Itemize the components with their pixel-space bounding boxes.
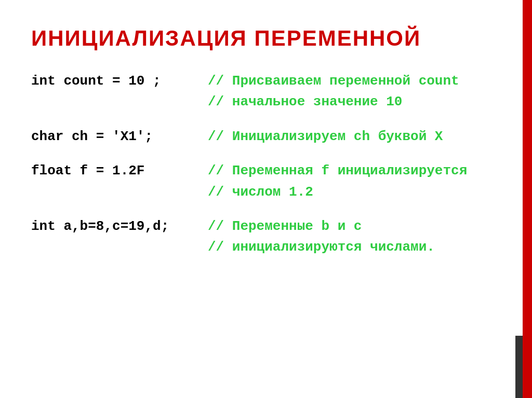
comment-text-4-2: // инициализируются числами. xyxy=(208,238,435,256)
code-line-3-2: // числом 1.2 xyxy=(31,183,501,201)
code-line-1-2: // начальное значение 10 xyxy=(31,92,501,111)
comment-text-3-2: // числом 1.2 xyxy=(208,183,313,201)
code-line-1-1: int count = 10 ; // Присваиваем переменн… xyxy=(31,72,501,90)
code-text-4-1: int a,b=8,c=19,d; xyxy=(31,217,208,236)
code-text-1-1: int count = 10 ; xyxy=(31,72,208,90)
comment-text-1-2: // начальное значение 10 xyxy=(208,92,402,111)
code-line-4-2: // инициализируются числами. xyxy=(31,238,501,256)
slide: ИНИЦИАЛИЗАЦИЯ ПЕРЕМЕННОЙ int count = 10 … xyxy=(0,0,532,398)
code-text-3-1: float f = 1.2F xyxy=(31,161,208,180)
code-group-3: float f = 1.2F // Переменная f инициализ… xyxy=(31,161,501,201)
comment-text-1-1: // Присваиваем переменной count xyxy=(208,72,459,90)
code-text-2-1: char ch = 'X1'; xyxy=(31,127,208,146)
code-block: int count = 10 ; // Присваиваем переменн… xyxy=(31,72,501,257)
comment-text-3-1: // Переменная f инициализируется xyxy=(208,161,467,180)
code-group-2: char ch = 'X1'; // Инициализируем ch бук… xyxy=(31,127,501,146)
dark-bar xyxy=(515,336,523,398)
comment-text-4-1: // Переменные b и с xyxy=(208,217,362,236)
code-group-4: int a,b=8,c=19,d; // Переменные b и с //… xyxy=(31,217,501,257)
code-group-1: int count = 10 ; // Присваиваем переменн… xyxy=(31,72,501,112)
red-bar-right xyxy=(523,0,532,398)
comment-text-2-1: // Инициализируем ch буквой X xyxy=(208,127,443,146)
code-line-4-1: int a,b=8,c=19,d; // Переменные b и с xyxy=(31,217,501,236)
code-line-3-1: float f = 1.2F // Переменная f инициализ… xyxy=(31,161,501,180)
code-line-2-1: char ch = 'X1'; // Инициализируем ch бук… xyxy=(31,127,501,146)
slide-title: ИНИЦИАЛИЗАЦИЯ ПЕРЕМЕННОЙ xyxy=(31,26,501,51)
